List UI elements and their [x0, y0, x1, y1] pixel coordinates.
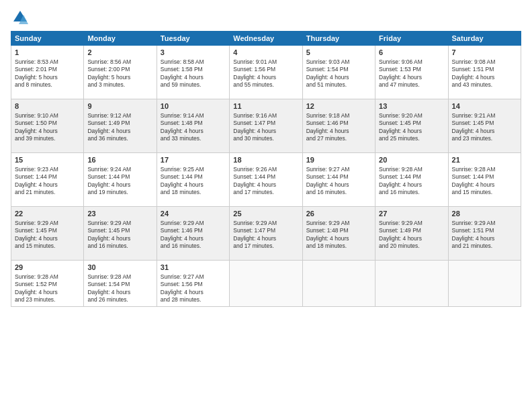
weekday-header: Monday [84, 32, 157, 46]
weekday-header: Friday [375, 32, 448, 46]
calendar-cell: 23Sunrise: 9:29 AM Sunset: 1:45 PM Dayli… [84, 207, 157, 261]
day-number: 3 [161, 48, 226, 58]
day-number: 22 [15, 209, 80, 219]
day-number: 1 [15, 48, 80, 58]
calendar-cell: 17Sunrise: 9:25 AM Sunset: 1:44 PM Dayli… [157, 153, 229, 207]
day-info: Sunrise: 9:14 AM Sunset: 1:48 PM Dayligh… [161, 112, 226, 143]
day-info: Sunrise: 9:28 AM Sunset: 1:54 PM Dayligh… [87, 273, 152, 304]
weekday-header: Thursday [302, 32, 375, 46]
day-number: 24 [161, 209, 226, 219]
calendar-cell: 24Sunrise: 9:29 AM Sunset: 1:46 PM Dayli… [157, 207, 229, 261]
day-info: Sunrise: 9:27 AM Sunset: 1:56 PM Dayligh… [161, 273, 226, 304]
day-number: 20 [379, 155, 444, 165]
weekday-header-row: SundayMondayTuesdayWednesdayThursdayFrid… [11, 32, 521, 46]
calendar-cell: 29Sunrise: 9:28 AM Sunset: 1:52 PM Dayli… [11, 261, 84, 307]
calendar-cell: 15Sunrise: 9:23 AM Sunset: 1:44 PM Dayli… [11, 153, 84, 207]
calendar-cell: 25Sunrise: 9:29 AM Sunset: 1:47 PM Dayli… [230, 207, 302, 261]
calendar-cell: 2Sunrise: 8:56 AM Sunset: 2:00 PM Daylig… [84, 46, 157, 99]
calendar-cell: 18Sunrise: 9:26 AM Sunset: 1:44 PM Dayli… [230, 153, 302, 207]
day-number: 17 [161, 155, 226, 165]
day-number: 15 [15, 155, 80, 165]
page: SundayMondayTuesdayWednesdayThursdayFrid… [0, 0, 532, 411]
day-info: Sunrise: 8:53 AM Sunset: 2:01 PM Dayligh… [15, 58, 80, 89]
calendar-cell: 3Sunrise: 8:58 AM Sunset: 1:58 PM Daylig… [157, 46, 229, 99]
calendar-cell: 9Sunrise: 9:12 AM Sunset: 1:49 PM Daylig… [84, 99, 157, 153]
calendar-cell: 22Sunrise: 9:29 AM Sunset: 1:45 PM Dayli… [11, 207, 84, 261]
calendar-cell: 21Sunrise: 9:28 AM Sunset: 1:44 PM Dayli… [448, 153, 521, 207]
day-info: Sunrise: 9:21 AM Sunset: 1:45 PM Dayligh… [452, 112, 517, 143]
day-info: Sunrise: 9:06 AM Sunset: 1:53 PM Dayligh… [379, 58, 444, 89]
day-info: Sunrise: 9:29 AM Sunset: 1:45 PM Dayligh… [15, 220, 80, 250]
day-number: 8 [15, 101, 80, 111]
calendar-cell: 10Sunrise: 9:14 AM Sunset: 1:48 PM Dayli… [157, 99, 229, 153]
calendar-cell: 11Sunrise: 9:16 AM Sunset: 1:47 PM Dayli… [230, 99, 302, 153]
day-number: 14 [452, 101, 517, 111]
day-number: 11 [233, 101, 298, 111]
day-info: Sunrise: 9:27 AM Sunset: 1:44 PM Dayligh… [306, 166, 371, 197]
calendar-cell [375, 261, 448, 307]
day-number: 16 [87, 155, 152, 165]
day-info: Sunrise: 8:58 AM Sunset: 1:58 PM Dayligh… [161, 58, 226, 89]
day-info: Sunrise: 9:28 AM Sunset: 1:52 PM Dayligh… [15, 273, 80, 304]
day-info: Sunrise: 9:08 AM Sunset: 1:51 PM Dayligh… [452, 58, 517, 89]
day-info: Sunrise: 9:03 AM Sunset: 1:54 PM Dayligh… [306, 58, 371, 89]
calendar-table: SundayMondayTuesdayWednesdayThursdayFrid… [11, 31, 521, 307]
day-info: Sunrise: 9:01 AM Sunset: 1:56 PM Dayligh… [233, 58, 298, 89]
calendar-cell: 16Sunrise: 9:24 AM Sunset: 1:44 PM Dayli… [84, 153, 157, 207]
calendar-cell [230, 261, 302, 307]
calendar-cell [448, 261, 521, 307]
day-number: 7 [452, 48, 517, 58]
day-number: 29 [15, 263, 80, 273]
header [11, 8, 521, 27]
day-number: 23 [87, 209, 152, 219]
day-number: 4 [233, 48, 298, 58]
day-info: Sunrise: 9:24 AM Sunset: 1:44 PM Dayligh… [87, 166, 152, 197]
weekday-header: Saturday [448, 32, 521, 46]
day-info: Sunrise: 9:29 AM Sunset: 1:46 PM Dayligh… [161, 220, 226, 250]
day-info: Sunrise: 9:18 AM Sunset: 1:46 PM Dayligh… [306, 112, 371, 143]
calendar-cell: 4Sunrise: 9:01 AM Sunset: 1:56 PM Daylig… [230, 46, 302, 99]
calendar-cell: 6Sunrise: 9:06 AM Sunset: 1:53 PM Daylig… [375, 46, 448, 99]
day-info: Sunrise: 8:56 AM Sunset: 2:00 PM Dayligh… [87, 58, 152, 89]
weekday-header: Sunday [11, 32, 84, 46]
day-info: Sunrise: 9:29 AM Sunset: 1:45 PM Dayligh… [87, 220, 152, 250]
calendar-cell: 26Sunrise: 9:29 AM Sunset: 1:48 PM Dayli… [302, 207, 375, 261]
calendar-cell: 14Sunrise: 9:21 AM Sunset: 1:45 PM Dayli… [448, 99, 521, 153]
day-info: Sunrise: 9:20 AM Sunset: 1:45 PM Dayligh… [379, 112, 444, 143]
day-number: 12 [306, 101, 371, 111]
day-number: 30 [87, 263, 152, 273]
day-number: 5 [306, 48, 371, 58]
calendar-cell: 7Sunrise: 9:08 AM Sunset: 1:51 PM Daylig… [448, 46, 521, 99]
calendar-cell: 19Sunrise: 9:27 AM Sunset: 1:44 PM Dayli… [302, 153, 375, 207]
day-number: 28 [452, 209, 517, 219]
calendar-cell: 31Sunrise: 9:27 AM Sunset: 1:56 PM Dayli… [157, 261, 229, 307]
weekday-header: Wednesday [230, 32, 302, 46]
day-number: 6 [379, 48, 444, 58]
day-info: Sunrise: 9:28 AM Sunset: 1:44 PM Dayligh… [379, 166, 444, 197]
day-info: Sunrise: 9:29 AM Sunset: 1:51 PM Dayligh… [452, 220, 517, 250]
day-number: 27 [379, 209, 444, 219]
day-info: Sunrise: 9:23 AM Sunset: 1:44 PM Dayligh… [15, 166, 80, 197]
day-number: 21 [452, 155, 517, 165]
day-info: Sunrise: 9:29 AM Sunset: 1:47 PM Dayligh… [233, 220, 298, 250]
day-number: 2 [87, 48, 152, 58]
day-number: 31 [161, 263, 226, 273]
day-number: 10 [161, 101, 226, 111]
calendar-cell: 30Sunrise: 9:28 AM Sunset: 1:54 PM Dayli… [84, 261, 157, 307]
calendar-cell: 20Sunrise: 9:28 AM Sunset: 1:44 PM Dayli… [375, 153, 448, 207]
calendar-cell: 12Sunrise: 9:18 AM Sunset: 1:46 PM Dayli… [302, 99, 375, 153]
day-number: 19 [306, 155, 371, 165]
day-info: Sunrise: 9:29 AM Sunset: 1:49 PM Dayligh… [379, 220, 444, 250]
logo-icon [11, 8, 30, 27]
calendar-cell: 1Sunrise: 8:53 AM Sunset: 2:01 PM Daylig… [11, 46, 84, 99]
day-number: 9 [87, 101, 152, 111]
day-info: Sunrise: 9:26 AM Sunset: 1:44 PM Dayligh… [233, 166, 298, 197]
day-number: 18 [233, 155, 298, 165]
day-info: Sunrise: 9:12 AM Sunset: 1:49 PM Dayligh… [87, 112, 152, 143]
day-number: 25 [233, 209, 298, 219]
logo [11, 8, 32, 27]
calendar-cell: 27Sunrise: 9:29 AM Sunset: 1:49 PM Dayli… [375, 207, 448, 261]
day-info: Sunrise: 9:25 AM Sunset: 1:44 PM Dayligh… [161, 166, 226, 197]
day-info: Sunrise: 9:29 AM Sunset: 1:48 PM Dayligh… [306, 220, 371, 250]
day-number: 13 [379, 101, 444, 111]
